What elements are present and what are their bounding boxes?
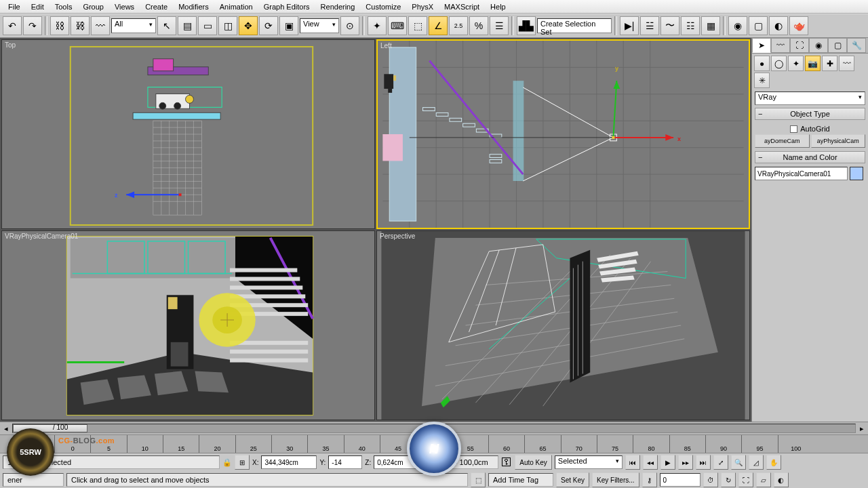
menu-rendering[interactable]: Rendering — [315, 1, 361, 13]
set-key-button[interactable]: Set Key — [556, 472, 589, 487]
viewport-top[interactable]: Top — [1, 39, 375, 229]
autogrid-checkbox[interactable]: AutoGrid — [755, 123, 865, 134]
coord-x[interactable]: 344,349cm — [261, 455, 317, 469]
select-move-icon[interactable]: ✥ — [239, 16, 258, 35]
bind-space-warp-icon[interactable]: 〰 — [91, 16, 110, 35]
select-manipulate-icon[interactable]: ✦ — [368, 16, 387, 35]
align-icon[interactable]: ▶| — [620, 16, 639, 35]
rollout-name-color[interactable]: Name and Color — [755, 151, 865, 163]
spacewarps-icon[interactable]: 〰 — [839, 56, 854, 71]
create-subclass-dropdown[interactable]: VRay — [755, 92, 865, 105]
key-mode-icon[interactable]: ⚷ — [642, 472, 657, 487]
unlink-icon[interactable]: ⛓̸ — [71, 16, 90, 35]
time-config-icon[interactable]: ⏱ — [703, 472, 718, 487]
select-rotate-icon[interactable]: ⟳ — [259, 16, 278, 35]
next-frame-icon[interactable]: ▸▸ — [678, 455, 693, 470]
motion-tab-icon[interactable]: ◉ — [809, 38, 828, 53]
edit-named-sel-icon[interactable]: ☰ — [490, 16, 509, 35]
utilities-tab-icon[interactable]: 🔧 — [847, 38, 866, 53]
menu-maxscript[interactable]: MAXScript — [439, 1, 485, 13]
select-by-name-icon[interactable]: ▤ — [178, 16, 197, 35]
vray-physical-camera-button[interactable]: ayPhysicalCam — [811, 134, 866, 148]
walk-icon[interactable]: ◐ — [774, 472, 789, 487]
curve-editor-icon[interactable]: 〜 — [660, 16, 679, 35]
key-filters-button[interactable]: Key Filters... — [592, 472, 639, 487]
teapot-icon[interactable]: 🫖 — [789, 16, 808, 35]
lights-icon[interactable]: ✦ — [788, 56, 804, 71]
menu-grapheditors[interactable]: Graph Editors — [258, 1, 315, 13]
menu-physx[interactable]: PhysX — [406, 1, 439, 13]
redo-icon[interactable]: ↷ — [23, 16, 42, 35]
goto-end-icon[interactable]: ⏭ — [696, 455, 711, 470]
auto-key-button[interactable]: Auto Key — [515, 455, 552, 470]
selection-filter-dropdown[interactable]: All — [111, 18, 156, 33]
key-icon[interactable]: ⚿ — [501, 456, 512, 468]
play-icon[interactable]: ▶ — [660, 455, 675, 470]
vray-dome-camera-button[interactable]: ayDomeCam — [755, 134, 810, 148]
object-name-input[interactable] — [755, 167, 848, 180]
menu-animation[interactable]: Animation — [214, 1, 258, 13]
menu-file[interactable]: File — [3, 1, 26, 13]
current-frame-input[interactable]: 0 — [660, 473, 701, 487]
coord-y[interactable]: -14 — [328, 455, 362, 469]
material-editor-icon[interactable]: ▦ — [701, 16, 720, 35]
keyboard-shortcut-icon[interactable]: ⌨ — [388, 16, 407, 35]
mirror-icon[interactable]: ▟▙ — [517, 16, 536, 35]
menu-create[interactable]: Create — [140, 1, 173, 13]
percent-snap-icon[interactable]: 2.5 — [449, 16, 468, 35]
menu-help[interactable]: Help — [485, 1, 511, 13]
modify-tab-icon[interactable]: 〰 — [771, 38, 790, 53]
scroll-left-icon[interactable]: ◂ — [3, 424, 9, 433]
add-time-tag[interactable]: Add Time Tag — [488, 473, 553, 487]
time-tag-icon[interactable]: ⬚ — [471, 472, 486, 487]
select-scale-icon[interactable]: ▣ — [279, 16, 298, 35]
fov-icon[interactable]: ◿ — [749, 455, 764, 470]
spinner-snap-icon[interactable]: % — [469, 16, 488, 35]
object-color-swatch[interactable] — [850, 167, 863, 180]
zoom-extents-icon[interactable]: ⤢ — [713, 455, 728, 470]
viewport-perspective[interactable]: Perspective — [376, 230, 750, 420]
angle-snap-icon[interactable]: ∠ — [429, 16, 448, 35]
viewport-left[interactable]: Left — [376, 39, 750, 229]
geometry-icon[interactable]: ● — [754, 56, 770, 71]
shapes-icon[interactable]: ◯ — [771, 56, 787, 71]
ref-coord-dropdown[interactable]: View — [300, 18, 339, 33]
render-setup-icon[interactable]: ◉ — [728, 16, 747, 35]
snap-toggle-icon[interactable]: ⬚ — [408, 16, 427, 35]
menu-tools[interactable]: Tools — [50, 1, 78, 13]
key-filter-dropdown[interactable]: Selected — [555, 455, 623, 469]
schematic-view-icon[interactable]: ☷ — [681, 16, 700, 35]
lock-icon[interactable]: 🔒 — [222, 458, 232, 467]
menu-customize[interactable]: Customize — [360, 1, 406, 13]
viewport-camera[interactable]: VRayPhysicalCamera01 — [1, 230, 375, 420]
orbit-icon[interactable]: ↻ — [721, 472, 736, 487]
maximize-viewport-icon[interactable]: ⛶ — [738, 472, 753, 487]
helpers-icon[interactable]: ✚ — [822, 56, 837, 71]
menu-edit[interactable]: Edit — [26, 1, 50, 13]
select-region-icon[interactable]: ▭ — [198, 16, 217, 35]
layers-icon[interactable]: ☱ — [640, 16, 659, 35]
render-production-icon[interactable]: ◐ — [769, 16, 788, 35]
rollout-object-type[interactable]: Object Type — [755, 108, 865, 120]
systems-icon[interactable]: ✳ — [754, 73, 770, 88]
fov-icon-2[interactable]: ▱ — [756, 472, 771, 487]
cameras-icon[interactable]: 📷 — [805, 56, 821, 71]
named-selection-input[interactable]: Create Selection Set — [537, 18, 612, 33]
create-tab-icon[interactable]: ➤ — [752, 38, 771, 53]
rendered-frame-icon[interactable]: ▢ — [749, 16, 768, 35]
absolute-mode-icon[interactable]: ⊞ — [235, 455, 250, 470]
hierarchy-tab-icon[interactable]: ⛶ — [790, 38, 809, 53]
pan-icon[interactable]: ✋ — [766, 455, 781, 470]
menu-modifiers[interactable]: Modifiers — [173, 1, 214, 13]
undo-icon[interactable]: ↶ — [3, 16, 22, 35]
zoom-icon[interactable]: 🔍 — [731, 455, 746, 470]
window-crossing-icon[interactable]: ◫ — [218, 16, 237, 35]
menu-group[interactable]: Group — [77, 1, 109, 13]
prev-frame-icon[interactable]: ◂◂ — [643, 455, 658, 470]
select-object-icon[interactable]: ↖ — [157, 16, 176, 35]
use-pivot-icon[interactable]: ⊙ — [340, 16, 359, 35]
scroll-right-icon[interactable]: ▸ — [859, 424, 865, 433]
goto-start-icon[interactable]: ⏮ — [625, 455, 640, 470]
display-tab-icon[interactable]: ▢ — [828, 38, 847, 53]
link-icon[interactable]: ⛓ — [50, 16, 69, 35]
